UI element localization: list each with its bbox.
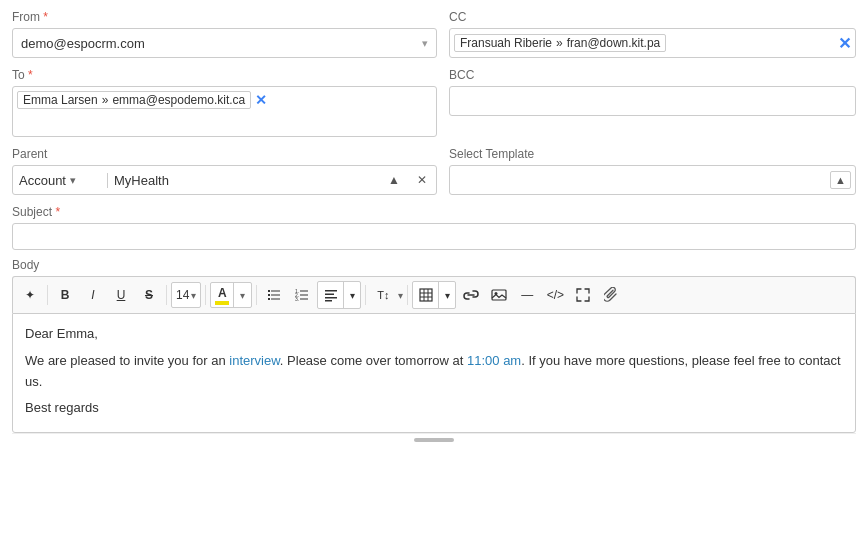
- select-template-arrow[interactable]: ▲: [830, 171, 851, 189]
- body-line2-time: 11:00 am: [467, 353, 521, 368]
- from-cc-row: From * demo@espocrm.com ▾ CC Fransuah Ri…: [12, 10, 856, 58]
- image-button[interactable]: [486, 282, 512, 308]
- align-dropdown-button[interactable]: ▾: [344, 282, 360, 308]
- cc-label-text: CC: [449, 10, 466, 24]
- subject-input[interactable]: Interview invitation: [12, 223, 856, 250]
- from-dropdown-arrow[interactable]: ▾: [418, 37, 432, 50]
- svg-rect-1: [271, 291, 280, 292]
- table-dropdown-button[interactable]: ▾: [439, 282, 455, 308]
- svg-rect-3: [271, 295, 280, 296]
- fullscreen-button[interactable]: [570, 282, 596, 308]
- svg-text:3.: 3.: [295, 296, 299, 302]
- table-button[interactable]: [413, 282, 439, 308]
- cc-tag-email: fran@down.kit.pa: [567, 36, 661, 50]
- subject-label: Subject *: [12, 205, 856, 219]
- bcc-label-text: BCC: [449, 68, 474, 82]
- toolbar-sep-3: [205, 285, 206, 305]
- cc-remove-button[interactable]: ✕: [838, 34, 851, 53]
- text-height-button[interactable]: T↕: [370, 282, 396, 308]
- align-group: ▾: [317, 281, 361, 309]
- cc-label: CC: [449, 10, 856, 24]
- parent-remove-button[interactable]: ✕: [408, 166, 436, 194]
- svg-rect-15: [325, 300, 332, 302]
- bold-button[interactable]: B: [52, 282, 78, 308]
- to-input[interactable]: [17, 112, 432, 127]
- select-template-input[interactable]: [454, 173, 830, 188]
- editor-body[interactable]: Dear Emma, We are pleased to invite you …: [12, 313, 856, 433]
- email-compose-form: From * demo@espocrm.com ▾ CC Fransuah Ri…: [0, 0, 868, 456]
- svg-rect-5: [271, 299, 280, 300]
- align-button[interactable]: [318, 282, 344, 308]
- parent-input-wrapper: Account ▾ MyHealth ▲ ✕: [12, 165, 437, 195]
- body-line3: Best regards: [25, 398, 843, 419]
- parent-up-button[interactable]: ▲: [380, 166, 408, 194]
- hr-button[interactable]: —: [514, 282, 540, 308]
- svg-rect-13: [325, 294, 334, 296]
- code-button[interactable]: </>: [542, 282, 568, 308]
- list-ul-button[interactable]: [261, 282, 287, 308]
- editor-scroll-bar[interactable]: [12, 433, 856, 446]
- select-template-wrapper[interactable]: ▲: [449, 165, 856, 195]
- body-line3-text: Best regards: [25, 400, 99, 415]
- parent-actions: ▲ ✕: [380, 166, 436, 194]
- svg-rect-12: [325, 290, 337, 292]
- select-template-label-text: Select Template: [449, 147, 534, 161]
- body-line2-part2: . Please come over tomorrow at: [280, 353, 467, 368]
- svg-rect-22: [492, 290, 506, 300]
- parent-type-value: Account: [19, 173, 66, 188]
- subject-row: Subject * Interview invitation: [12, 205, 856, 250]
- svg-rect-14: [325, 297, 337, 299]
- parent-value-text: MyHealth: [114, 173, 169, 188]
- font-color-letter: A: [218, 286, 227, 300]
- bcc-label: BCC: [449, 68, 856, 82]
- toolbar-sep-1: [47, 285, 48, 305]
- from-input-wrapper: demo@espocrm.com ▾: [12, 28, 437, 58]
- strikethrough-button[interactable]: S: [136, 282, 162, 308]
- link-button[interactable]: [458, 282, 484, 308]
- attach-button[interactable]: [598, 282, 624, 308]
- svg-rect-7: [300, 291, 308, 292]
- from-field-container: From * demo@espocrm.com ▾: [12, 10, 437, 58]
- to-label: To *: [12, 68, 437, 82]
- to-remove-button[interactable]: ✕: [255, 93, 267, 107]
- svg-rect-11: [300, 299, 308, 300]
- to-tag: Emma Larsen » emma@espodemo.kit.ca: [17, 91, 251, 109]
- editor-toolbar: ✦ B I U S 14 ▾ A ▾: [12, 276, 856, 313]
- bcc-input-wrapper[interactable]: [449, 86, 856, 116]
- body-label-text: Body: [12, 258, 39, 272]
- bcc-field-container: BCC: [449, 68, 856, 137]
- parent-label: Parent: [12, 147, 437, 161]
- parent-type-select-wrap[interactable]: Account ▾: [13, 173, 108, 188]
- cc-tag-name: Fransuah Riberie: [460, 36, 552, 50]
- magic-button[interactable]: ✦: [17, 282, 43, 308]
- underline-button[interactable]: U: [108, 282, 134, 308]
- svg-rect-0: [268, 290, 270, 292]
- cc-input-wrapper[interactable]: Fransuah Riberie » fran@down.kit.pa ✕: [449, 28, 856, 58]
- font-size-value: 14: [176, 288, 189, 302]
- body-line2-part1: We are pleased to invite you for an: [25, 353, 229, 368]
- body-line2-link: interview: [229, 353, 280, 368]
- body-line2: We are pleased to invite you for an inte…: [25, 351, 843, 393]
- parent-type-dropdown-arrow: ▾: [70, 174, 76, 187]
- cc-field-container: CC Fransuah Riberie » fran@down.kit.pa ✕: [449, 10, 856, 58]
- to-input-wrapper[interactable]: Emma Larsen » emma@espodemo.kit.ca ✕: [12, 86, 437, 137]
- subject-label-text: Subject: [12, 205, 52, 219]
- italic-button[interactable]: I: [80, 282, 106, 308]
- from-label-text: From: [12, 10, 40, 24]
- body-label: Body: [12, 258, 856, 272]
- text-height-dropdown[interactable]: ▾: [398, 290, 403, 301]
- to-tag-name: Emma Larsen: [23, 93, 98, 107]
- to-field-container: To * Emma Larsen » emma@espodemo.kit.ca …: [12, 68, 437, 137]
- font-color-dropdown[interactable]: ▾: [233, 283, 251, 307]
- toolbar-sep-4: [256, 285, 257, 305]
- select-template-label: Select Template: [449, 147, 856, 161]
- font-color-button[interactable]: A: [211, 285, 233, 306]
- bcc-input[interactable]: [454, 92, 851, 111]
- to-required-star: *: [28, 68, 33, 82]
- body-line1-text: Dear Emma,: [25, 326, 98, 341]
- list-ol-button[interactable]: 1. 2. 3.: [289, 282, 315, 308]
- toolbar-sep-6: [407, 285, 408, 305]
- cc-tag: Fransuah Riberie » fran@down.kit.pa: [454, 34, 666, 52]
- font-size-dropdown[interactable]: ▾: [191, 290, 196, 301]
- to-input-row[interactable]: [17, 112, 432, 132]
